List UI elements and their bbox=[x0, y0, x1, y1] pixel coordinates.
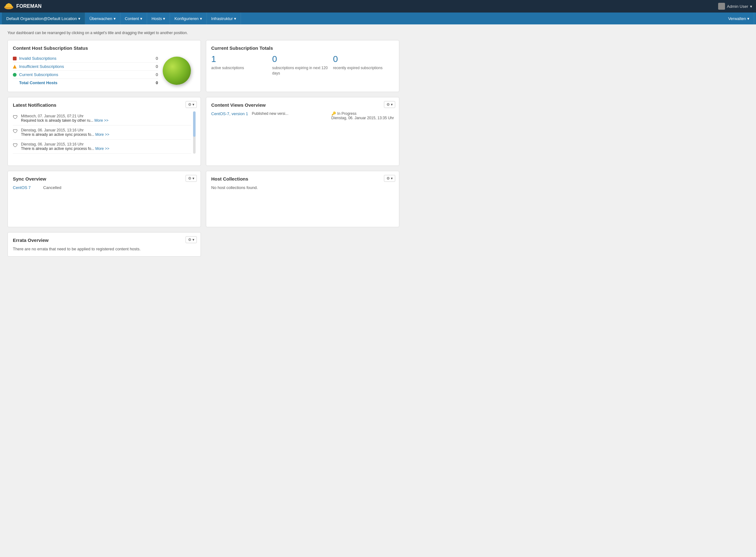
notification-item: 🛡 Mittwoch, 07. Januar 2015, 07:21 Uhr R… bbox=[13, 111, 191, 125]
nav-bar: Default Organization@Default Location ▾ … bbox=[0, 12, 756, 24]
content-views-gear-button[interactable]: ⚙ ▾ bbox=[384, 101, 395, 108]
widget-errata-overview: Errata Overview ⚙ ▾ There are no errata … bbox=[7, 232, 201, 257]
cv-status-text: In Progress bbox=[337, 111, 356, 116]
user-menu[interactable]: Admin User ▾ bbox=[718, 3, 752, 10]
host-collections-title: Host Collections bbox=[211, 176, 394, 181]
total-label[interactable]: Total Content Hosts bbox=[19, 81, 149, 85]
expired-subs-number: 0 bbox=[333, 54, 389, 64]
errata-overview-title: Errata Overview bbox=[13, 237, 196, 243]
sync-name[interactable]: CentOS 7 bbox=[13, 185, 31, 190]
current-count: 0 bbox=[152, 72, 158, 77]
notification-shield-icon: 🛡 bbox=[13, 128, 18, 137]
nav-item-verwalten[interactable]: Verwalten ▾ bbox=[724, 12, 754, 24]
notifications-gear-icon: ⚙ bbox=[188, 102, 192, 107]
invalid-label[interactable]: Invalid Subscriptions bbox=[19, 56, 149, 61]
total-item-expired: 0 recently expired subscriptions bbox=[333, 54, 394, 76]
main-content: Your dashboard can be rearranged by clic… bbox=[0, 24, 407, 263]
nav-uberwachen-arrow: ▾ bbox=[114, 16, 116, 21]
nav-hosts-label: Hosts bbox=[151, 16, 162, 21]
invalid-count: 0 bbox=[152, 56, 158, 61]
nav-item-content[interactable]: Content ▾ bbox=[120, 12, 147, 24]
notifications-list: 🛡 Mittwoch, 07. Januar 2015, 07:21 Uhr R… bbox=[13, 111, 196, 154]
sync-gear-arrow: ▾ bbox=[193, 176, 194, 181]
nav-org-selector[interactable]: Default Organization@Default Location ▾ bbox=[2, 12, 85, 24]
sub-row-current: Current Subscriptions 0 bbox=[13, 71, 158, 79]
totals-grid: 1 active subscriptions 0 subscriptions e… bbox=[211, 54, 394, 76]
subscription-status-title: Content Host Subscription Status bbox=[13, 46, 196, 51]
widget-host-collections: Host Collections ⚙ ▾ No host collections… bbox=[206, 171, 399, 227]
notifications-title: Latest Notifications bbox=[13, 102, 196, 108]
errata-gear-arrow: ▾ bbox=[193, 237, 194, 242]
nav-konfigurieren-label: Konfigurieren bbox=[174, 16, 198, 21]
widget-subscription-totals: Current Subscription Totals 1 active sub… bbox=[206, 40, 399, 92]
scroll-indicator bbox=[193, 111, 196, 154]
notification-more-link[interactable]: More >> bbox=[95, 146, 109, 151]
cv-description: Published new versi... bbox=[252, 111, 328, 116]
cv-key-icon: 🔑 bbox=[331, 111, 336, 116]
nav-item-konfigurieren[interactable]: Konfigurieren ▾ bbox=[170, 12, 206, 24]
widget-subscription-status: Content Host Subscription Status Invalid… bbox=[7, 40, 201, 92]
content-views-gear-arrow: ▾ bbox=[391, 102, 393, 107]
user-avatar-icon bbox=[718, 3, 725, 10]
current-label[interactable]: Current Subscriptions bbox=[19, 72, 149, 77]
sub-row-insufficient: Insufficient Subscriptions 0 bbox=[13, 63, 158, 71]
insufficient-label[interactable]: Insufficient Subscriptions bbox=[19, 64, 149, 69]
green-ball-container bbox=[158, 57, 196, 85]
top-bar: FOREMAN Admin User ▾ bbox=[0, 0, 756, 12]
sync-status: Cancelled bbox=[43, 185, 61, 190]
notification-body: Dienstag, 06. Januar 2015, 13:16 Uhr The… bbox=[21, 128, 191, 137]
cv-status: 🔑 In Progress Dienstag, 06. Januar 2015,… bbox=[331, 111, 394, 120]
notification-text: Required lock is already taken by other … bbox=[21, 118, 191, 123]
user-dropdown-arrow: ▾ bbox=[750, 4, 752, 9]
nav-item-hosts[interactable]: Hosts ▾ bbox=[147, 12, 170, 24]
notification-text: There is already an active sync process … bbox=[21, 133, 191, 137]
expiring-subs-number: 0 bbox=[272, 54, 328, 64]
content-views-gear-icon: ⚙ bbox=[386, 102, 390, 107]
sync-overview-title: Sync Overview bbox=[13, 176, 196, 181]
notification-more-link[interactable]: More >> bbox=[94, 118, 109, 123]
cv-status-label: 🔑 In Progress bbox=[331, 111, 394, 116]
cv-status-date: Dienstag, 06. Januar 2015, 13:35 Uhr bbox=[331, 116, 394, 120]
svg-marker-3 bbox=[13, 65, 17, 68]
total-count: 0 bbox=[152, 81, 158, 85]
host-collections-gear-button[interactable]: ⚙ ▾ bbox=[384, 175, 395, 182]
total-item-expiring: 0 subscriptions expiring in next 120 day… bbox=[272, 54, 333, 76]
sync-gear-icon: ⚙ bbox=[188, 176, 192, 181]
brand-name: FOREMAN bbox=[16, 3, 41, 9]
host-collections-gear-arrow: ▾ bbox=[391, 176, 393, 181]
insufficient-count: 0 bbox=[152, 64, 158, 69]
errata-gear-icon: ⚙ bbox=[188, 237, 192, 242]
nav-org-arrow: ▾ bbox=[78, 16, 80, 21]
nav-infrastruktur-label: Infrastruktur bbox=[211, 16, 233, 21]
errata-overview-gear-button[interactable]: ⚙ ▾ bbox=[185, 236, 197, 243]
active-subs-number: 1 bbox=[211, 54, 267, 64]
scroll-thumb bbox=[193, 111, 196, 137]
notifications-gear-arrow: ▾ bbox=[193, 102, 194, 107]
host-collections-empty: No host collections found. bbox=[211, 185, 394, 190]
nav-uberwachen-label: Überwachen bbox=[89, 16, 112, 21]
current-dot bbox=[13, 73, 17, 77]
notifications-gear-button[interactable]: ⚙ ▾ bbox=[185, 101, 197, 108]
notification-body: Dienstag, 06. Januar 2015, 13:16 Uhr The… bbox=[21, 142, 191, 151]
sub-row-total: Total Content Hosts 0 bbox=[13, 79, 158, 87]
cv-name[interactable]: CentOS-7, version 1 bbox=[211, 111, 248, 116]
content-views-title: Content Views Overview bbox=[211, 102, 394, 108]
sub-row-invalid: Invalid Subscriptions 0 bbox=[13, 54, 158, 63]
sync-overview-gear-button[interactable]: ⚙ ▾ bbox=[185, 175, 197, 182]
expiring-subs-label: subscriptions expiring in next 120 days bbox=[272, 65, 328, 76]
notification-date: Dienstag, 06. Januar 2015, 13:16 Uhr bbox=[21, 142, 191, 146]
subscription-status-content: Invalid Subscriptions 0 Insufficient Sub… bbox=[13, 54, 196, 87]
active-subs-label: active subscriptions bbox=[211, 65, 267, 71]
nav-item-uberwachen[interactable]: Überwachen ▾ bbox=[85, 12, 120, 24]
notification-more-link[interactable]: More >> bbox=[95, 133, 109, 137]
green-ball-chart bbox=[163, 57, 191, 85]
expired-subs-label: recently expired subscriptions bbox=[333, 65, 389, 71]
svg-rect-2 bbox=[8, 3, 9, 4]
nav-content-arrow: ▾ bbox=[140, 16, 142, 21]
widget-grid: Content Host Subscription Status Invalid… bbox=[7, 40, 399, 257]
notification-item: 🛡 Dienstag, 06. Januar 2015, 13:16 Uhr T… bbox=[13, 140, 191, 154]
notification-body: Mittwoch, 07. Januar 2015, 07:21 Uhr Req… bbox=[21, 114, 191, 123]
nav-org-label: Default Organization@Default Location bbox=[6, 16, 77, 21]
nav-item-infrastruktur[interactable]: Infrastruktur ▾ bbox=[207, 12, 241, 24]
notification-shield-icon: 🛡 bbox=[13, 115, 18, 123]
